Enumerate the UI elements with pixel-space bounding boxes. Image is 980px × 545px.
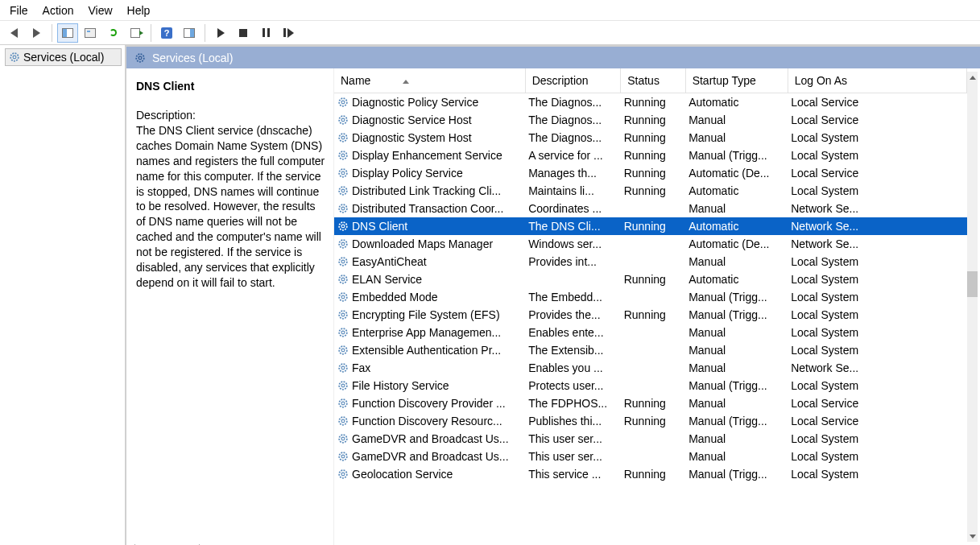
table-row[interactable]: Extensible Authentication Pr...The Exten… — [334, 341, 967, 359]
forward-button[interactable] — [26, 23, 47, 43]
cell-status: Running — [621, 217, 685, 235]
cell-name: Embedded Mode — [334, 288, 525, 306]
refresh-button[interactable] — [102, 23, 123, 43]
cell-description: The FDPHOS... — [525, 394, 621, 412]
col-status[interactable]: Status — [621, 68, 685, 93]
help-button[interactable]: ? — [156, 23, 177, 43]
menu-action[interactable]: Action — [38, 2, 84, 19]
cell-startup: Manual — [685, 200, 788, 217]
cell-name: GameDVR and Broadcast Us... — [334, 448, 525, 465]
table-row[interactable]: Function Discovery Provider ...The FDPHO… — [334, 394, 967, 412]
gear-icon — [337, 469, 349, 480]
table-row[interactable]: Encrypting File System (EFS)Provides the… — [334, 306, 967, 324]
menu-view[interactable]: View — [83, 2, 122, 19]
svg-point-5 — [341, 101, 345, 104]
svg-point-28 — [339, 311, 347, 319]
svg-point-17 — [341, 207, 345, 210]
start-service-button[interactable] — [210, 23, 231, 43]
table-row[interactable]: Diagnostic System HostThe Diagnos...Runn… — [334, 129, 967, 147]
table-row[interactable]: Display Enhancement ServiceA service for… — [334, 147, 967, 164]
cell-status: Running — [621, 412, 685, 430]
cell-startup: Manual (Trigg... — [685, 412, 788, 430]
scroll-track[interactable] — [967, 72, 978, 542]
show-hide-action-button[interactable] — [179, 23, 200, 43]
svg-point-12 — [339, 169, 347, 177]
cell-name: Diagnostic Service Host — [334, 111, 525, 129]
table-row[interactable]: Diagnostic Policy ServiceThe Diagnos...R… — [334, 93, 967, 112]
menu-help[interactable]: Help — [122, 2, 160, 19]
table-row[interactable]: Distributed Transaction Coor...Coordinat… — [334, 200, 967, 217]
restart-service-button[interactable] — [278, 23, 299, 43]
stop-icon — [239, 29, 247, 37]
svg-point-21 — [341, 242, 345, 246]
tree-item-services-local[interactable]: Services (Local) — [5, 48, 122, 66]
stop-service-button[interactable] — [233, 23, 254, 43]
cell-name: Fax — [334, 359, 525, 377]
service-name: File History Service — [352, 379, 449, 392]
table-row[interactable]: FaxEnables you ...ManualNetwork Se... — [334, 359, 967, 377]
scroll-down-button[interactable] — [967, 531, 978, 542]
table-row[interactable]: GameDVR and Broadcast Us...This user ser… — [334, 448, 967, 465]
table-row[interactable]: Downloaded Maps ManagerWindows ser...Aut… — [334, 235, 967, 253]
table-row[interactable]: EasyAntiCheatProvides int...ManualLocal … — [334, 253, 967, 270]
svg-point-32 — [339, 346, 347, 354]
cell-startup: Manual — [685, 111, 788, 129]
col-description[interactable]: Description — [525, 68, 621, 93]
table-row[interactable]: File History ServiceProtects user...Manu… — [334, 377, 967, 394]
cell-status — [621, 324, 685, 341]
show-hide-tree-button[interactable] — [57, 23, 78, 43]
separator — [205, 24, 205, 42]
vertical-scrollbar[interactable] — [967, 72, 978, 542]
table-row[interactable]: Diagnostic Service HostThe Diagnos...Run… — [334, 111, 967, 129]
col-logon[interactable]: Log On As — [788, 68, 966, 93]
cell-description: The Extensib... — [525, 341, 621, 359]
table-row[interactable]: Geolocation ServiceThis service ...Runni… — [334, 465, 967, 483]
svg-point-34 — [339, 364, 347, 372]
back-button[interactable] — [3, 23, 24, 43]
gear-icon — [337, 132, 349, 143]
table-row[interactable]: Function Discovery Resourc...Publishes t… — [334, 412, 967, 430]
gear-icon — [337, 398, 349, 409]
properties-button[interactable] — [80, 23, 101, 43]
cell-description: Publishes thi... — [525, 412, 621, 430]
table-row[interactable]: ELAN ServiceRunningAutomaticLocal System — [334, 270, 967, 288]
scroll-thumb[interactable] — [967, 271, 978, 297]
table-row[interactable]: Distributed Link Tracking Cli...Maintain… — [334, 182, 967, 200]
export-button[interactable] — [125, 23, 146, 43]
cell-logon: Local System — [788, 270, 966, 288]
svg-point-19 — [341, 225, 345, 228]
table-row[interactable]: GameDVR and Broadcast Us...This user ser… — [334, 430, 967, 448]
sort-asc-icon — [403, 80, 409, 84]
menu-file[interactable]: File — [5, 2, 38, 19]
table-row[interactable]: Embedded ModeThe Embedd...Manual (Trigg.… — [334, 288, 967, 306]
table-row[interactable]: DNS ClientThe DNS Cli...RunningAutomatic… — [334, 217, 967, 235]
arrow-right-icon — [33, 28, 40, 38]
menubar: File Action View Help — [0, 0, 980, 21]
table-row[interactable]: Enterprise App Managemen...Enables ente.… — [334, 324, 967, 341]
svg-point-27 — [341, 295, 345, 299]
pause-service-button[interactable] — [255, 23, 276, 43]
col-startup[interactable]: Startup Type — [685, 68, 788, 93]
svg-point-22 — [339, 258, 347, 266]
separator — [151, 24, 151, 42]
services-grid[interactable]: Name Description Status Startup Type Log… — [334, 68, 967, 483]
play-icon — [217, 28, 225, 38]
svg-point-40 — [339, 417, 347, 425]
panel-icon — [62, 28, 73, 38]
gear-icon — [337, 345, 349, 356]
cell-logon: Network Se... — [788, 217, 966, 235]
gear-icon — [337, 150, 349, 161]
svg-point-20 — [339, 240, 347, 248]
cell-startup: Automatic (De... — [685, 164, 788, 182]
svg-point-35 — [341, 366, 345, 370]
gear-icon — [9, 52, 20, 63]
table-row[interactable]: Display Policy ServiceManages th...Runni… — [334, 164, 967, 182]
svg-point-2 — [136, 54, 144, 62]
svg-point-33 — [341, 349, 345, 352]
scroll-up-button[interactable] — [967, 72, 978, 83]
cell-description: The DNS Cli... — [525, 217, 621, 235]
svg-point-9 — [341, 136, 345, 139]
col-name[interactable]: Name — [334, 68, 525, 93]
cell-description: A service for ... — [525, 147, 621, 164]
cell-name: Enterprise App Managemen... — [334, 324, 525, 341]
